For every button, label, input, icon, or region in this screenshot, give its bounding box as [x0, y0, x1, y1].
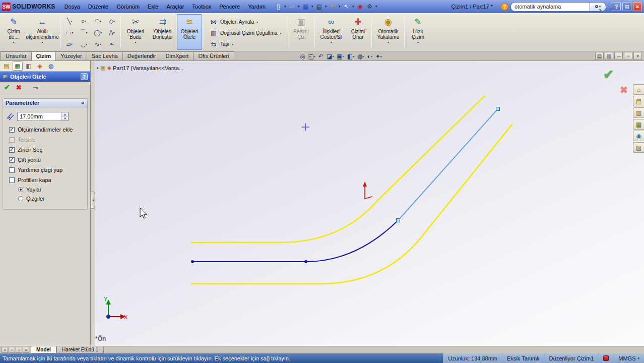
tab-scroll-icon-2[interactable]: › [16, 347, 22, 353]
sketch-picture-button[interactable]: ▣Resimi Çiz [289, 14, 313, 50]
tab-scroll-icon-3[interactable]: » [23, 347, 29, 353]
tab-scroll-icon-1[interactable]: ‹ [9, 347, 15, 353]
checkbox-l-mlendirmeler-ekle[interactable]: ✓Ölçümlendirmeler ekle [3, 125, 87, 135]
polygon-tool[interactable]: ◇▾ [105, 15, 119, 27]
feature-manager-tab[interactable]: ▤ [2, 62, 12, 71]
pin-button[interactable]: ⊸ [33, 84, 38, 91]
checkbox-yard-mc-izgi-yap[interactable]: Yardımcı çizgi yap [3, 165, 87, 175]
rectangle-tool[interactable]: ▭▾ [62, 27, 77, 38]
chevron-down-icon[interactable]: ▾ [310, 5, 314, 9]
offset-curve-bottom[interactable] [191, 125, 512, 284]
model-tab-hareket-et-d-1[interactable]: Hareket Etüdü 1 [56, 346, 104, 353]
mirror-entities-button[interactable]: ⋈Objeleri Aynala▾ [207, 17, 284, 27]
smart-dimension-button[interactable]: ↔Akıllı ölçümlendirme▾ [26, 14, 59, 50]
sketch-endpoint[interactable] [191, 260, 194, 263]
section-view-icon[interactable]: ◪▾ [326, 53, 334, 60]
property-manager-tab[interactable]: ▦ [13, 62, 23, 71]
tab-izim[interactable]: Çizim [31, 51, 56, 60]
print-icon[interactable]: ▤ [314, 2, 324, 12]
view-palette-icon[interactable]: ▦ [633, 119, 644, 130]
restore-document-icon[interactable]: ▫ [624, 52, 632, 60]
pane-layout-icon[interactable]: ▤ [595, 52, 604, 60]
centerpoint-arc-tool[interactable]: ◠▾ [91, 15, 105, 27]
tangent-arc-tool[interactable]: ⌒▾ [77, 27, 91, 38]
display-delete-relations-button[interactable]: ∞İlişkileri Göster/Sil▾ [316, 14, 346, 50]
radio-yaylar[interactable]: Yaylar [3, 185, 87, 194]
radio-izgiler[interactable]: Çizgiler [3, 194, 87, 203]
view-orientation-icon[interactable]: ▣▾ [336, 53, 344, 60]
trim-entities-button[interactable]: ✂Objeleri Buda▾ [122, 14, 149, 50]
checkbox-profilleri-kapa[interactable]: Profilleri kapa [3, 175, 87, 185]
auto-snap-button[interactable]: ◉Otomatik Yakalama▾ [373, 14, 403, 50]
spinner-up-icon[interactable]: ▲ [62, 112, 68, 117]
file-explorer-icon[interactable]: ▥ [633, 107, 644, 118]
split-view-icon[interactable]: ▥ [605, 52, 613, 60]
save-icon[interactable]: ▦ [301, 2, 310, 12]
sketch-arc[interactable] [306, 220, 398, 262]
design-library-icon[interactable]: ▤ [633, 96, 644, 106]
line-tool[interactable]: ╲▾ [62, 15, 77, 27]
configuration-manager-tab[interactable]: ◧ [24, 62, 34, 71]
menu-toolbox[interactable]: Toolbox [188, 2, 215, 12]
spinner-down-icon[interactable]: ▼ [62, 117, 68, 121]
tab-sac-levha[interactable]: Sac Levha [87, 51, 123, 60]
repair-sketch-button[interactable]: ✚Çizimi Onar [346, 14, 370, 50]
confirm-ok-button[interactable]: ✔ [603, 67, 614, 82]
circle-tool[interactable]: ○▾ [77, 15, 91, 27]
resources-home-icon[interactable]: ⌂ [633, 84, 644, 95]
select-icon[interactable]: ↖ [342, 2, 351, 12]
zoom-area-icon[interactable]: ◱▾ [307, 53, 315, 60]
chevron-down-icon[interactable]: ▾ [374, 5, 378, 9]
minimize-document-icon[interactable]: ─ [614, 52, 623, 60]
ok-button[interactable]: ✔ [4, 83, 10, 91]
options-icon[interactable]: ⚙ [365, 2, 374, 12]
chevron-down-icon[interactable]: ▾ [338, 5, 342, 9]
point-tool[interactable]: •▾ [105, 38, 119, 50]
search-box[interactable] [510, 2, 590, 12]
relation-marker-base[interactable] [365, 197, 372, 199]
appearance-icon[interactable]: ◐▾ [366, 53, 372, 60]
chevron-down-icon[interactable]: ▾ [324, 5, 328, 9]
offset-distance-input[interactable]: 17.00mm ▲ ▼ [17, 112, 69, 121]
hide-show-items-icon[interactable]: ◍▾ [357, 53, 365, 60]
tree-expand-icon[interactable]: ▸ [97, 66, 99, 70]
search-help-icon[interactable]: ? [501, 3, 508, 11]
chevron-down-icon[interactable]: ▾ [283, 5, 287, 9]
linear-sketch-pattern-button[interactable]: ▦Doğrusal Çizim Çoğaltma▾ [207, 28, 284, 38]
previous-view-icon[interactable]: ↶ [318, 53, 324, 60]
tab-de-erlendir[interactable]: Değerlendir [122, 51, 161, 60]
menu-dosya[interactable]: Dosya [60, 2, 84, 12]
close-button[interactable]: × [633, 2, 642, 11]
rapid-sketch-button[interactable]: ✎Hızlı Çizim▾ [406, 14, 429, 50]
ellipse-tool[interactable]: ◯▾ [91, 27, 105, 38]
relation-arrowhead[interactable] [363, 182, 367, 187]
appearances-scenes-icon[interactable]: ◉ [633, 131, 644, 141]
tab-unsurlar[interactable]: Unsurlar [1, 51, 32, 60]
cancel-button[interactable]: ✖ [16, 84, 22, 91]
menu-ekle[interactable]: Ekle [144, 2, 162, 12]
offset-curve-top[interactable] [191, 96, 485, 243]
spline-tool[interactable]: ∿▾ [91, 38, 105, 50]
menu-d-zenle[interactable]: Düzenle [84, 2, 112, 12]
menu-pencere[interactable]: Pencere [215, 2, 244, 12]
undo-icon[interactable]: ↶ [328, 2, 338, 12]
open-icon[interactable]: ▱ [287, 2, 297, 12]
origin-point[interactable] [106, 315, 110, 319]
menu-list-button[interactable]: ▤ [622, 2, 631, 11]
search-input[interactable] [514, 4, 586, 10]
dimxpert-manager-tab[interactable]: ◈ [35, 62, 45, 71]
help-button[interactable]: ? [612, 2, 621, 11]
search-button[interactable]: ▾ [590, 2, 606, 12]
close-document-icon[interactable]: × [633, 52, 642, 60]
checkbox-tersine[interactable]: Tersine [3, 135, 87, 145]
sketch-button[interactable]: ✎Çizim de...▾ [2, 14, 26, 50]
display-style-icon[interactable]: ◧▾ [347, 53, 355, 60]
offset-entities-button[interactable]: ≋Objeleri Ötele [177, 14, 202, 50]
new-document-icon[interactable]: ▯ [274, 2, 283, 12]
convert-entities-button[interactable]: ⇉Objeleri Dönüştür [149, 14, 177, 50]
tab-scroll-icon-0[interactable]: « [2, 347, 8, 353]
chevron-down-icon[interactable]: ▾ [351, 5, 355, 9]
status-units[interactable]: MMGS▾ [613, 353, 644, 363]
display-manager-tab[interactable]: ◍ [46, 62, 56, 71]
confirm-cancel-button[interactable]: ✖ [620, 84, 628, 96]
